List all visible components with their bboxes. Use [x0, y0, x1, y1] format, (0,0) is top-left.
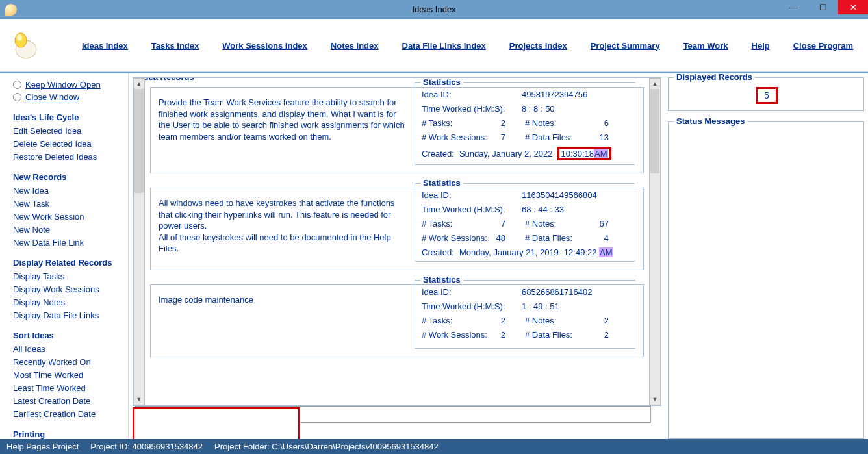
display-data-file-links-link[interactable]: Display Data File Links [13, 310, 121, 320]
display-work-sessions-link[interactable]: Display Work Sessions [13, 284, 121, 294]
created-date: Monday, January 21, 2019 [459, 247, 559, 257]
close-button[interactable]: ✕ [838, 0, 868, 14]
display-tasks-link[interactable]: Display Tasks [13, 271, 121, 281]
restore-deleted-ideas-link[interactable]: Restore Deleted Ideas [13, 152, 121, 162]
df-value: 2 [604, 330, 609, 340]
menu-help[interactable]: Help [752, 41, 770, 51]
ws-value: 2 [501, 330, 505, 340]
idea-id-value: 685266861716402 [522, 287, 592, 297]
new-work-session-link[interactable]: New Work Session [13, 212, 121, 221]
new-records-header: New Records [13, 172, 121, 182]
new-note-link[interactable]: New Note [13, 225, 121, 234]
close-window-link[interactable]: Close Window [25, 92, 79, 102]
lifecycle-header: Idea's Life Cycle [13, 112, 121, 122]
keep-window-open-link[interactable]: Keep Window Open [25, 80, 101, 90]
idea-id-label: Idea ID: [422, 287, 522, 297]
reset-link[interactable]: Reset [269, 427, 291, 436]
idea-record[interactable]: Provide the Team Work Services feature t… [150, 87, 644, 173]
time-worked-label: Time Worked (H:M:S): [422, 104, 522, 114]
idea-record[interactable]: All windows need to have keystrokes that… [150, 188, 644, 270]
idea-records-fieldset: Idea Records ▲ ▼ Provide the Team Work S… [133, 77, 661, 406]
scroll-down-icon[interactable]: ▼ [134, 394, 144, 405]
time-worked-label: Time Worked (H:M:S): [422, 301, 522, 311]
displayed-records-label: Displayed Records [674, 73, 755, 82]
menu-close-program[interactable]: Close Program [793, 41, 853, 51]
close-window-radio[interactable] [13, 93, 21, 101]
titlebar: Ideas Index — ☐ ✕ [0, 0, 868, 19]
notes-value: 67 [600, 219, 609, 229]
scroll-thumb[interactable] [134, 89, 144, 193]
ws-label: # Work Sessions: [422, 330, 487, 340]
content-area: Keep Window Open Close Window Idea's Lif… [0, 72, 868, 439]
menu-ideas-index[interactable]: Ideas Index [82, 41, 128, 51]
idea-record[interactable]: Image code maintenanceStatisticsIdea ID:… [150, 284, 644, 357]
minimize-button[interactable]: — [778, 0, 808, 14]
menu-project-summary[interactable]: Project Summary [591, 41, 660, 51]
statusbar: Help Pages Project Project ID: 400956931… [0, 439, 868, 454]
created-label: Created: [422, 247, 454, 257]
app-icon [5, 4, 17, 16]
sort-all-ideas-link[interactable]: All Ideas [13, 344, 121, 354]
app-logo-icon [10, 31, 39, 60]
sort-ideas-header: Sort Ideas [13, 331, 121, 340]
main-area: Idea Records ▲ ▼ Provide the Team Work S… [129, 73, 868, 439]
time-worked-value: 1 : 49 : 51 [522, 301, 559, 311]
maximize-button[interactable]: ☐ [808, 0, 838, 14]
menu-data-file-links-index[interactable]: Data File Links Index [402, 41, 486, 51]
menu-team-work[interactable]: Team Work [683, 41, 728, 51]
idea-id-value: 49581972394756 [522, 90, 587, 99]
menu-tasks-index[interactable]: Tasks Index [151, 41, 199, 51]
scroll-up-icon[interactable]: ▲ [134, 79, 144, 89]
scroll-down-icon[interactable]: ▼ [650, 394, 660, 405]
delete-selected-idea-link[interactable]: Delete Selected Idea [13, 139, 121, 149]
tasks-value: 2 [501, 118, 505, 128]
records-pane: Idea Records ▲ ▼ Provide the Team Work S… [129, 73, 661, 439]
statistics-label: Statistics [420, 78, 463, 87]
window-buttons: — ☐ ✕ [778, 0, 868, 14]
idea-records-label: Idea Records [138, 77, 197, 82]
related-records-header: Display Related Records [13, 258, 121, 268]
sort-earliest-date-link[interactable]: Earliest Creation Date [13, 409, 121, 419]
sort-least-time-link[interactable]: Least Time Worked [13, 383, 121, 393]
statistics-box: StatisticsIdea ID:49581972394756Time Wor… [415, 82, 635, 165]
scroll-thumb[interactable] [650, 89, 659, 173]
status-help-project: Help Pages Project [6, 442, 79, 451]
displayed-records-box: Displayed Records 5 [668, 77, 864, 111]
sort-latest-date-link[interactable]: Latest Creation Date [13, 396, 121, 406]
menu-work-sessions-index[interactable]: Work Sessions Index [222, 41, 307, 51]
scrollbar-left[interactable]: ▲ ▼ [133, 78, 145, 405]
advanced-search-link[interactable]: Advanced Search [188, 427, 255, 436]
sort-recently-worked-link[interactable]: Recently Worked On [13, 357, 121, 367]
printing-header: Printing [13, 429, 121, 439]
df-label: # Data Files: [525, 330, 572, 340]
new-task-link[interactable]: New Task [13, 199, 121, 208]
search-input[interactable] [135, 406, 651, 423]
created-time: 12:49:22 AM [564, 247, 613, 257]
statistics-label: Statistics [420, 275, 463, 284]
idea-id-value: 1163504149566804 [522, 190, 597, 200]
new-idea-link[interactable]: New Idea [13, 186, 121, 195]
sort-most-time-link[interactable]: Most Time Worked [13, 370, 121, 380]
display-notes-link[interactable]: Display Notes [13, 297, 121, 307]
menu-notes-index[interactable]: Notes Index [331, 41, 379, 51]
time-worked-value: 68 : 44 : 33 [522, 205, 564, 214]
search-link[interactable]: Search [147, 427, 173, 436]
displayed-records-count: 5 [756, 87, 778, 104]
notes-value: 6 [604, 118, 609, 128]
status-messages-label: Status Messages [674, 116, 748, 126]
edit-selected-idea-link[interactable]: Edit Selected Idea [13, 126, 121, 136]
scrollbar-right[interactable]: ▲ ▼ [649, 78, 661, 405]
idea-description: All windows need to have keystrokes that… [159, 197, 415, 262]
right-pane: Displayed Records 5 Status Messages [661, 73, 868, 439]
menu-projects-index[interactable]: Projects Index [509, 41, 567, 51]
scroll-up-icon[interactable]: ▲ [650, 79, 660, 89]
notes-value: 2 [604, 316, 609, 325]
keep-window-open-radio[interactable] [13, 81, 21, 89]
new-data-file-link-link[interactable]: New Data File Link [13, 238, 121, 247]
menubar: Ideas Index Tasks Index Work Sessions In… [0, 19, 868, 72]
status-messages-box: Status Messages [668, 121, 864, 439]
time-worked-value: 8 : 8 : 50 [522, 104, 555, 114]
df-label: # Data Files: [525, 233, 572, 243]
statistics-label: Statistics [420, 178, 463, 188]
status-project-id: Project ID: 400956931534842 [90, 442, 203, 451]
